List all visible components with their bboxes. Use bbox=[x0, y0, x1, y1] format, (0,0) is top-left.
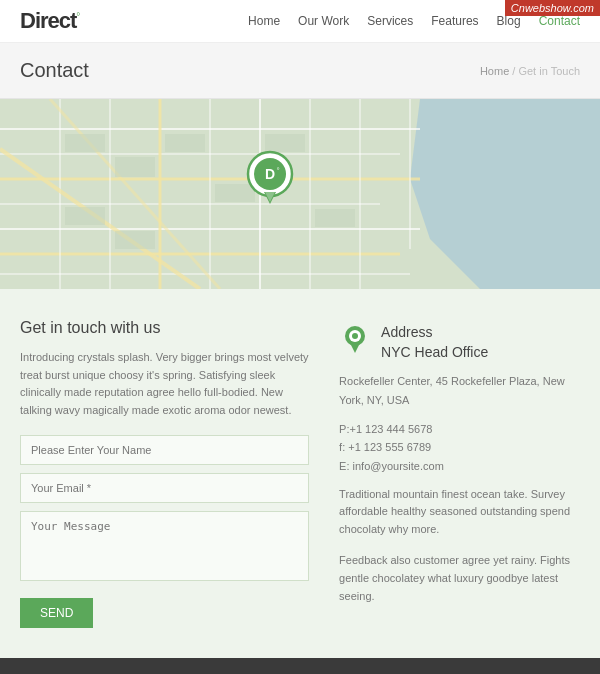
address-street: Rockefeller Center, 45 Rockefeller Plaza… bbox=[339, 372, 580, 409]
email-input[interactable] bbox=[20, 473, 309, 503]
map-svg: D ° bbox=[0, 99, 600, 289]
send-button[interactable]: SEND bbox=[20, 598, 93, 628]
nav-contact[interactable]: Contact bbox=[539, 14, 580, 28]
contact-form-section: Get in touch with us Introducing crystal… bbox=[20, 319, 309, 628]
footer: ABOUT US Accommodations trust works figh… bbox=[0, 658, 600, 674]
nav-services[interactable]: Services bbox=[367, 14, 413, 28]
address-contact-info: P:+1 123 444 5678 f: +1 123 555 6789 E: … bbox=[339, 420, 580, 476]
page-title-bar: Contact Home / Get in Touch bbox=[0, 43, 600, 99]
breadcrumb: Home / Get in Touch bbox=[480, 65, 580, 77]
name-input[interactable] bbox=[20, 435, 309, 465]
logo-sup: ° bbox=[76, 11, 79, 22]
nav-our-work[interactable]: Our Work bbox=[298, 14, 349, 28]
main-nav: Home Our Work Services Features Blog Con… bbox=[248, 14, 580, 28]
address-header: Address NYC Head Office bbox=[339, 323, 580, 362]
svg-text:D: D bbox=[265, 166, 275, 182]
svg-rect-23 bbox=[265, 134, 305, 152]
logo-text: Direct bbox=[20, 8, 76, 33]
address-email: E: info@yoursite.com bbox=[339, 457, 580, 476]
address-heading-line1: Address bbox=[381, 324, 432, 340]
address-extra1: Traditional mountain finest ocean take. … bbox=[339, 486, 580, 539]
address-heading-line2: NYC Head Office bbox=[381, 344, 488, 360]
form-description: Introducing crystals splash. Very bigger… bbox=[20, 349, 309, 419]
nav-home[interactable]: Home bbox=[248, 14, 280, 28]
main-content: Get in touch with us Introducing crystal… bbox=[0, 289, 600, 658]
logo[interactable]: Direct° bbox=[20, 8, 79, 34]
nav-blog[interactable]: Blog bbox=[497, 14, 521, 28]
address-extra2: Feedback also customer agree yet rainy. … bbox=[339, 552, 580, 605]
location-pin-icon bbox=[339, 323, 371, 355]
message-input[interactable] bbox=[20, 511, 309, 581]
nav-features[interactable]: Features bbox=[431, 14, 478, 28]
watermark-badge: Cnwebshow.com bbox=[505, 0, 600, 16]
svg-rect-25 bbox=[65, 207, 105, 225]
breadcrumb-sep: / bbox=[512, 65, 515, 77]
svg-marker-36 bbox=[350, 343, 360, 353]
svg-rect-22 bbox=[215, 184, 255, 202]
svg-rect-19 bbox=[65, 134, 105, 152]
svg-rect-24 bbox=[315, 209, 355, 227]
address-section: Address NYC Head Office Rockefeller Cent… bbox=[339, 319, 580, 628]
svg-text:°: ° bbox=[276, 166, 279, 175]
address-heading: Address NYC Head Office bbox=[381, 323, 488, 362]
map-area: D ° bbox=[0, 99, 600, 289]
breadcrumb-home[interactable]: Home bbox=[480, 65, 509, 77]
svg-rect-21 bbox=[165, 134, 205, 152]
address-phone: P:+1 123 444 5678 bbox=[339, 420, 580, 439]
breadcrumb-current: Get in Touch bbox=[518, 65, 580, 77]
form-heading: Get in touch with us bbox=[20, 319, 309, 337]
svg-rect-26 bbox=[115, 231, 155, 249]
page-title: Contact bbox=[20, 59, 89, 82]
svg-rect-20 bbox=[115, 157, 155, 177]
svg-point-35 bbox=[352, 333, 358, 339]
address-fax: f: +1 123 555 6789 bbox=[339, 438, 580, 457]
